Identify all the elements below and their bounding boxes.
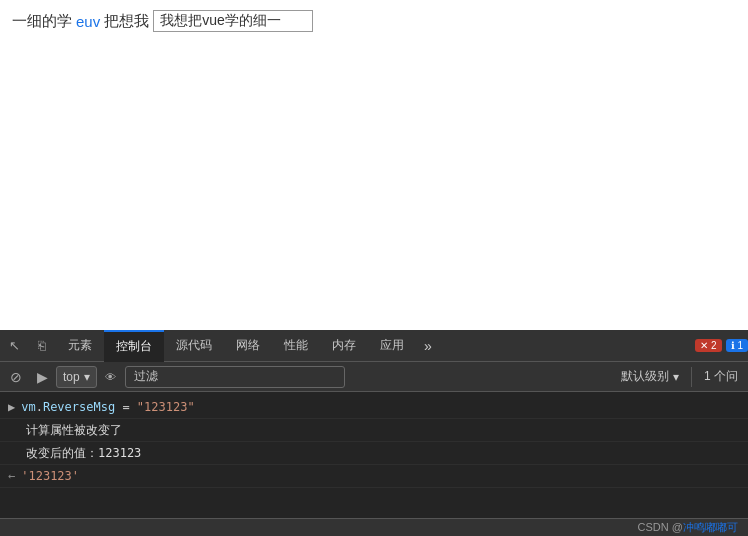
tab-performance[interactable]: 性能 [272, 330, 320, 362]
tab-console[interactable]: 控制台 [104, 330, 164, 362]
console-line-2: 计算属性被改变了 [0, 419, 748, 442]
divider [691, 367, 692, 387]
eye-button[interactable]: 👁 [99, 365, 123, 389]
tab-memory[interactable]: 内存 [320, 330, 368, 362]
text-part-1: 一细的学 [12, 12, 72, 31]
tab-elements[interactable]: 元素 [56, 330, 104, 362]
console-text-2: 计算属性被改变了 [26, 421, 122, 439]
code-vm: vm [21, 400, 35, 414]
result-arrow: ← [8, 467, 15, 485]
devtools-statusbar: CSDN @冲鸣嘟嘟可 [0, 518, 748, 536]
text-part-3: 把想我 [104, 12, 149, 31]
code-string-value: "123123" [137, 400, 195, 414]
tab-sources[interactable]: 源代码 [164, 330, 224, 362]
more-tabs-icon[interactable]: » [416, 330, 440, 362]
devtools-tabs-bar: ↖ ⎗ 元素 控制台 源代码 网络 性能 内存 应用 » ✕ 2 [0, 330, 748, 362]
console-output: ▶ vm.ReverseMsg = "123123" 计算属性被改变了 改变后的… [0, 392, 748, 518]
tab-application[interactable]: 应用 [368, 330, 416, 362]
console-line-3: 改变后的值：123123 [0, 442, 748, 465]
issues-count: 1 个问 [698, 368, 744, 385]
main-content: 一细的学 euv 把想我 [0, 0, 748, 330]
console-line-1: ▶ vm.ReverseMsg = "123123" [0, 396, 748, 419]
run-snippet-button[interactable]: ▶ [30, 365, 54, 389]
info-badge: ℹ 1 [726, 339, 748, 352]
expand-arrow-1[interactable]: ▶ [8, 398, 15, 416]
code-property-name: ReverseMsg [43, 400, 115, 414]
log-level-dropdown[interactable]: 默认级别 ▾ [615, 366, 685, 388]
console-line-4: ← '123123' [0, 465, 748, 488]
mobile-icon[interactable]: ⎗ [28, 330, 56, 362]
devtools-toolbar: ⊘ ▶ top ▾ 👁 默认级别 ▾ 1 个问 [0, 362, 748, 392]
clear-console-button[interactable]: ⊘ [4, 365, 28, 389]
chevron-down-icon: ▾ [84, 370, 90, 384]
chevron-down-icon: ▾ [673, 370, 679, 384]
page-text: 一细的学 euv 把想我 [12, 10, 736, 32]
cursor-icon[interactable]: ↖ [0, 330, 28, 362]
devtools-panel: ↖ ⎗ 元素 控制台 源代码 网络 性能 内存 应用 » ✕ 2 [0, 330, 748, 536]
top-context-dropdown[interactable]: top ▾ [56, 366, 97, 388]
console-result-value: '123123' [21, 467, 79, 485]
error-badge: ✕ 2 [695, 339, 721, 352]
console-text-3: 改变后的值：123123 [26, 444, 141, 462]
vue-input[interactable] [153, 10, 313, 32]
tab-network[interactable]: 网络 [224, 330, 272, 362]
text-part-blue: euv [76, 13, 100, 30]
statusbar-link: 冲鸣嘟嘟可 [683, 521, 738, 533]
filter-input[interactable] [125, 366, 345, 388]
statusbar-brand: CSDN @冲鸣嘟嘟可 [638, 520, 738, 535]
